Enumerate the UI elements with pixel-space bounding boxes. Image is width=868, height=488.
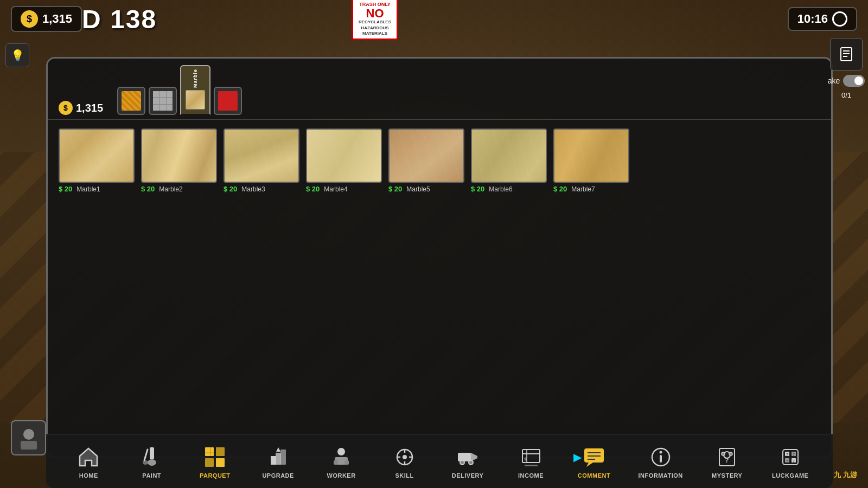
tile-item-marble2[interactable]: $ 20 Marble2 (141, 129, 217, 193)
information-icon (648, 444, 674, 470)
time-display: 10:16 (788, 7, 857, 31)
nav-item-luckgame[interactable]: 7 7 7 7 LUCKGAME (771, 444, 809, 479)
toggle-row: ake (828, 75, 865, 87)
nav-item-paint[interactable]: PAINT (133, 444, 171, 479)
tile-price-marble1: $ 20 (59, 185, 72, 193)
tab-marble-container: Marble (180, 65, 210, 115)
top-hud: $ 1,315 D 138 TRASH ONLY NO RECYCLABLES … (0, 0, 868, 38)
nav-item-home[interactable]: HOME (69, 444, 107, 479)
watermark: 九 九游 (834, 470, 857, 480)
red-icon (218, 91, 238, 111)
tile-info-marble6: $ 20 Marble6 (471, 185, 513, 193)
nav-label-mystery: MYSTERY (712, 472, 742, 479)
tile-name-marble4: Marble4 (324, 185, 347, 193)
svg-text:?: ? (725, 457, 729, 464)
svg-rect-18 (271, 456, 276, 465)
svg-rect-54 (783, 450, 798, 465)
svg-text:7: 7 (793, 453, 795, 457)
luckgame-icon: 7 7 7 7 (777, 444, 803, 470)
svg-rect-48 (660, 455, 662, 463)
tile-item-marble5[interactable]: $ 20 Marble5 (388, 129, 464, 193)
tile-preview-marble2 (141, 129, 217, 183)
right-side-panel: ake 0/1 (825, 33, 868, 105)
time-text: 10:16 (797, 12, 828, 26)
nav-label-parquet: PARQUET (200, 472, 230, 479)
tile-name-marble2: Marble2 (159, 185, 182, 193)
svg-rect-64 (21, 441, 37, 450)
clock-icon (832, 11, 847, 27)
svg-marker-42 (586, 463, 593, 467)
tile-item-marble6[interactable]: $ 20 Marble6 (471, 129, 547, 193)
svg-rect-24 (334, 460, 338, 465)
nav-item-income[interactable]: $ INCOME (512, 444, 550, 479)
tablet-dollar-icon: $ (59, 101, 73, 115)
tile-info-marble7: $ 20 Marble7 (553, 185, 595, 193)
nav-item-information[interactable]: INFORMATION (638, 444, 682, 479)
tablet-money-amount: 1,315 (76, 102, 103, 114)
toggle-switch[interactable] (843, 75, 865, 87)
tile-name-marble7: Marble7 (571, 185, 595, 193)
tile-name-marble6: Marble6 (489, 185, 512, 193)
tile-name-marble5: Marble5 (406, 185, 430, 193)
nav-label-comment: COMMENT (578, 472, 610, 479)
watermark-text: 九游 (843, 471, 857, 479)
tile-item-marble1[interactable]: $ 20 Marble1 (59, 129, 135, 193)
nav-label-skill: SKILL (395, 472, 413, 479)
tile-info-marble2: $ 20 Marble2 (141, 185, 183, 193)
tile-name-marble3: Marble3 (241, 185, 265, 193)
svg-rect-10 (205, 447, 214, 456)
player-avatar[interactable] (11, 420, 46, 455)
nav-item-upgrade[interactable]: UPGRADE (259, 444, 297, 479)
svg-rect-40 (525, 465, 538, 466)
svg-text:7: 7 (786, 459, 788, 463)
tile-info-marble5: $ 20 Marble5 (388, 185, 430, 193)
tile-price-marble4: $ 20 (306, 185, 320, 193)
upgrade-icon (265, 444, 291, 470)
tile-preview-marble5 (388, 129, 464, 183)
document-button[interactable] (830, 38, 863, 70)
tab-grid[interactable] (149, 87, 177, 115)
tile-preview-marble1 (59, 129, 135, 183)
marble-tab-preview (186, 90, 205, 110)
grid-icon (153, 91, 173, 111)
svg-point-34 (460, 460, 464, 465)
tab-marble[interactable]: Marble (180, 65, 210, 115)
tab-red[interactable] (214, 87, 242, 115)
svg-rect-12 (205, 458, 214, 467)
tile-item-marble7[interactable]: $ 20 Marble7 (553, 129, 629, 193)
tiles-grid: $ 20 Marble1 $ 20 Marble2 $ 20 Marble3 (59, 129, 820, 193)
dollar-icon: $ (21, 10, 38, 28)
tablet-money: $ 1,315 (59, 101, 103, 115)
tile-item-marble3[interactable]: $ 20 Marble3 (224, 129, 299, 193)
nav-item-delivery[interactable]: DELIVERY (449, 444, 487, 479)
tile-item-marble4[interactable]: $ 20 Marble4 (306, 129, 382, 193)
svg-point-7 (148, 459, 156, 466)
left-side-panel: 💡 (5, 43, 29, 67)
nav-item-parquet[interactable]: PARQUET (196, 444, 234, 479)
parquet-nav-icon (202, 444, 228, 470)
svg-point-63 (23, 429, 34, 440)
nav-item-mystery[interactable]: ? MYSTERY (708, 444, 746, 479)
nav-label-worker: WORKER (327, 472, 356, 479)
nav-item-skill[interactable]: SKILL (386, 444, 424, 479)
tile-price-marble3: $ 20 (224, 185, 237, 193)
worker-icon (328, 444, 354, 470)
tile-preview-marble4 (306, 129, 382, 183)
income-icon: $ (518, 444, 544, 470)
counter-display: 0/1 (841, 91, 851, 99)
tile-info-marble1: $ 20 Marble1 (59, 185, 100, 193)
tile-info-marble4: $ 20 Marble4 (306, 185, 348, 193)
svg-rect-20 (280, 450, 286, 465)
nav-item-comment[interactable]: ▶ COMMENT (575, 444, 613, 479)
tile-preview-marble3 (224, 129, 299, 183)
tab-parquet[interactable] (117, 87, 145, 115)
svg-point-22 (337, 448, 345, 455)
mystery-icon: ? (714, 444, 740, 470)
tile-preview-marble6 (471, 129, 547, 183)
hint-icon[interactable]: 💡 (5, 43, 29, 67)
tile-price-marble2: $ 20 (141, 185, 155, 193)
svg-point-47 (659, 451, 662, 453)
nav-item-worker[interactable]: WORKER (322, 444, 360, 479)
svg-point-9 (143, 460, 148, 465)
bottom-nav: HOME PAINT PARQU (46, 434, 833, 488)
